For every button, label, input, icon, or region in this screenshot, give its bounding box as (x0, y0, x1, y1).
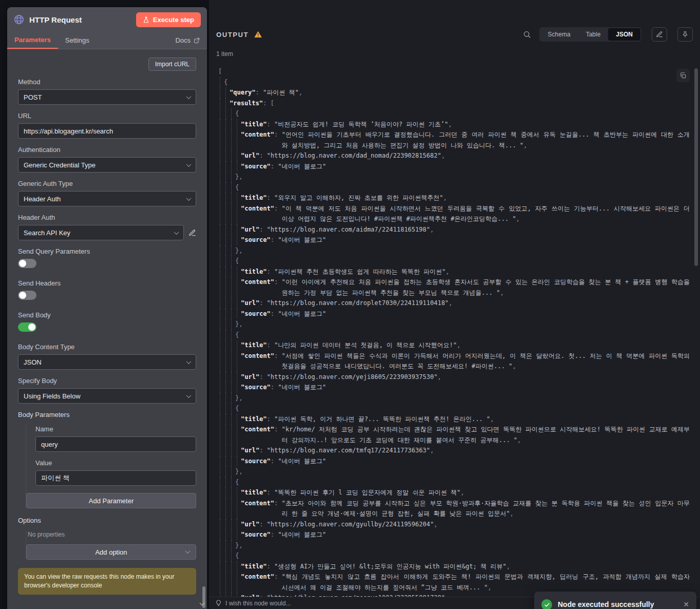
options-section-label: Options (18, 517, 196, 524)
header-auth-label: Header Auth (18, 214, 196, 221)
field-parameter-name: Name (35, 425, 196, 452)
add-parameter-button[interactable]: Add Parameter (26, 493, 196, 508)
tab-parameters[interactable]: Parameters (7, 32, 58, 49)
edit-credential-icon[interactable] (188, 229, 196, 237)
docs-link[interactable]: Docs (168, 32, 207, 49)
json-line: "title": "똑똑한 파이썬 후기 l 코딩 입문자에게 정말 쉬운 파이… (218, 487, 690, 498)
json-line: "title": "파이썬책 추천 초등학생도 쉽게 따라하는 똑똑한 파이썬"… (218, 267, 690, 277)
json-line: "content": "서점에 쌓인 파이썬 책들은 수식과 이론이 가득해서 … (218, 351, 690, 372)
method-select[interactable]: POST (18, 89, 196, 105)
body-parameters-collection: Name Value Add Parameter (26, 425, 196, 508)
node-title: HTTP Request (29, 15, 131, 24)
pin-data-button[interactable] (677, 27, 693, 42)
add-option-button[interactable]: Add option (26, 544, 196, 560)
tabs-spacer (97, 32, 168, 49)
check-icon (541, 599, 552, 609)
specify-body-select[interactable]: Using Fields Below (18, 388, 196, 404)
toast-message: Node executed successfully (558, 599, 677, 608)
json-line: "content": "핵심 개념도 놓치지 않고 흐름 잡아서 이해하게 도와… (218, 572, 690, 593)
parameters-pane: Import cURL Method POST URL Authenticati… (7, 49, 207, 609)
json-line: }, (218, 393, 690, 404)
lightbulb-icon (215, 600, 222, 606)
view-tab-schema[interactable]: Schema (540, 28, 578, 41)
output-title: OUTPUT (216, 31, 249, 39)
header-auth-credential-select[interactable]: Search API Key (18, 225, 184, 240)
json-line: { (218, 182, 690, 193)
chevron-down-icon (186, 162, 192, 167)
json-line: "url": "https://blog.naver.com/dad_nomad… (218, 150, 690, 161)
json-output-view: [{"query": "파이썬 책","results": [{"title":… (212, 65, 692, 598)
json-line: "source": "네이버 블로그" (218, 235, 690, 245)
parameter-name-input[interactable] (35, 436, 196, 452)
options-empty-text: No properties (28, 531, 196, 538)
json-line: "content": "이 책 덕분에 저도 처음 파이썬을 시작하면서 느꼈던… (218, 203, 690, 224)
json-line: }, (218, 172, 690, 182)
json-line: "source": "네이버 블로그" (218, 309, 690, 319)
json-line: "content": "이런 아이에게 추천해요 처음 파이썬을 접하는 초등학… (218, 277, 690, 298)
json-line: { (218, 550, 690, 561)
edit-output-button[interactable] (652, 27, 667, 42)
external-link-icon (194, 37, 200, 44)
search-icon[interactable] (523, 30, 531, 39)
json-line: "url": "https://blog.naver.com/tmfq17/22… (218, 445, 690, 456)
generic-auth-type-label: Generic Auth Type (18, 180, 196, 187)
body-parameters-section-label: Body Parameters (18, 411, 196, 418)
chevron-down-icon (174, 230, 179, 235)
json-line: }, (218, 245, 690, 256)
parameter-value-label: Value (35, 459, 196, 467)
send-query-parameters-label: Send Query Parameters (18, 248, 196, 255)
json-tree: [{"query": "파이썬 책","results": [{"title":… (218, 66, 690, 598)
warning-triangle-icon (254, 30, 262, 39)
body-content-type-label: Body Content Type (18, 343, 196, 351)
view-tab-table[interactable]: Table (578, 28, 609, 41)
field-authentication: Authentication Generic Credential Type (18, 146, 196, 173)
field-send-query-parameters: Send Query Parameters (18, 248, 196, 268)
send-body-label: Send Body (18, 311, 196, 319)
json-line: "source": "네이버 블로그" (218, 382, 690, 393)
json-line: "content": "초보자 아이와 함께 코딩 공부를 시작하고 싶은 부모… (218, 498, 690, 519)
json-line: "content": "언어인 파이썬을 기초부터 배우기로 결정했습니다. 그… (218, 129, 690, 150)
send-headers-label: Send Headers (18, 279, 196, 287)
field-header-auth: Header Auth Search API Key (18, 214, 196, 240)
send-query-parameters-toggle[interactable] (18, 259, 36, 268)
output-scrollbar[interactable] (694, 68, 698, 266)
generic-auth-type-select[interactable]: Header Auth (18, 191, 196, 206)
send-headers-toggle[interactable] (18, 291, 36, 300)
field-specify-body: Specify Body Using Fields Below (18, 377, 196, 404)
body-content-type-select[interactable]: JSON (18, 354, 196, 370)
output-panel: OUTPUT SchemaTableJSON (209, 0, 700, 609)
globe-icon (13, 14, 25, 25)
authentication-select[interactable]: Generic Credential Type (18, 157, 196, 173)
json-line: { (218, 77, 690, 88)
json-line: "source": "네이버 블로그" (218, 456, 690, 467)
json-line: "content": "kr/home/ 저처럼 코딩 공부 시작하려는데 괜찮… (218, 424, 690, 445)
chevron-down-icon (186, 94, 192, 99)
field-url: URL (18, 112, 196, 139)
parameter-name-label: Name (35, 425, 196, 433)
add-option-label: Add option (95, 548, 127, 556)
json-line: "source": "네이버 블로그" (218, 161, 690, 172)
json-line: "url": "https://blog.naver.com/droplet70… (218, 298, 690, 309)
field-method: Method POST (18, 78, 196, 105)
field-parameter-value: Value (35, 459, 196, 486)
execute-step-label: Execute step (153, 16, 194, 24)
url-label: URL (18, 112, 196, 120)
execute-step-button[interactable]: Execute step (136, 12, 201, 27)
tab-settings[interactable]: Settings (58, 32, 97, 49)
close-icon[interactable]: ✕ (683, 599, 689, 608)
send-body-toggle[interactable] (18, 322, 36, 332)
json-line: { (218, 108, 690, 119)
json-line: [ (218, 66, 690, 77)
method-label: Method (18, 78, 196, 86)
import-curl-button[interactable]: Import cURL (148, 58, 196, 71)
copy-json-button[interactable] (676, 69, 690, 82)
success-toast: Node executed successfully ✕ (534, 592, 696, 609)
json-line: "title": "파이썬 독학, 이거 하나면 끝?... 똑똑한 파이썬책 … (218, 414, 690, 425)
parameter-value-input[interactable] (35, 470, 196, 486)
chevron-down-icon (186, 393, 192, 398)
output-header: OUTPUT SchemaTableJSON (216, 27, 693, 42)
json-line: "source": "네이버 블로그" (218, 529, 690, 540)
url-input[interactable] (18, 123, 196, 139)
authentication-label: Authentication (18, 146, 196, 154)
view-tab-json[interactable]: JSON (608, 28, 640, 41)
